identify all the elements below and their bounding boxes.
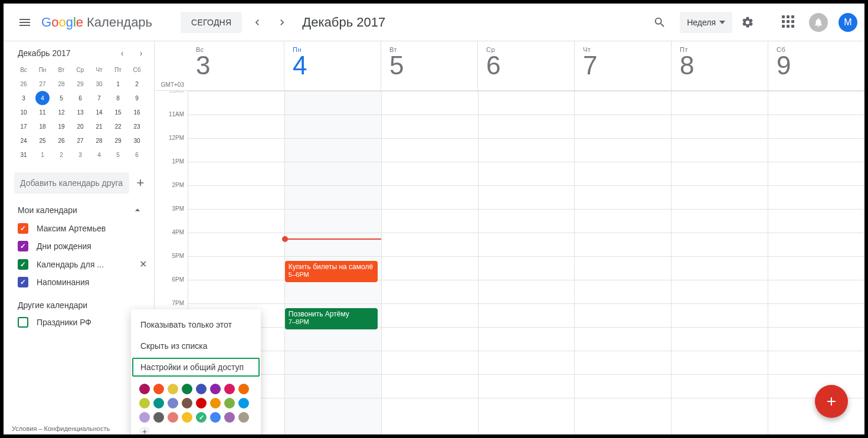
mini-day[interactable]: 21 bbox=[90, 119, 109, 133]
next-week-button[interactable] bbox=[273, 13, 291, 32]
add-color-button[interactable]: + bbox=[139, 426, 150, 434]
color-swatch[interactable] bbox=[210, 384, 221, 394]
mini-day[interactable]: 6 bbox=[71, 91, 90, 105]
mini-day[interactable]: 28 bbox=[52, 77, 71, 91]
calendar-checkbox[interactable] bbox=[18, 259, 28, 270]
color-swatch[interactable] bbox=[210, 398, 221, 408]
my-calendars-toggle[interactable]: Мои календари bbox=[4, 198, 154, 220]
mini-day[interactable]: 16 bbox=[127, 105, 146, 119]
color-swatch[interactable] bbox=[196, 398, 207, 408]
day-column[interactable] bbox=[671, 91, 768, 434]
color-swatch[interactable] bbox=[153, 412, 164, 423]
calendar-checkbox[interactable] bbox=[18, 223, 28, 234]
create-event-fab[interactable]: + bbox=[815, 385, 848, 418]
color-swatch[interactable] bbox=[139, 384, 150, 394]
mini-day[interactable]: 13 bbox=[71, 105, 90, 119]
day-column[interactable] bbox=[478, 91, 575, 434]
day-header[interactable]: Ср6 bbox=[477, 41, 574, 90]
mini-day[interactable]: 22 bbox=[109, 119, 127, 133]
color-swatch[interactable] bbox=[196, 412, 207, 423]
color-swatch[interactable] bbox=[210, 412, 221, 423]
prev-week-button[interactable] bbox=[248, 13, 267, 32]
add-calendar-button[interactable]: + bbox=[134, 174, 147, 192]
calendar-event[interactable]: Позвонить Артёму7–8PM bbox=[285, 308, 378, 329]
mini-day[interactable]: 4 bbox=[33, 91, 52, 105]
mini-day[interactable]: 7 bbox=[90, 91, 109, 105]
color-swatch[interactable] bbox=[224, 384, 235, 394]
color-swatch[interactable] bbox=[168, 384, 178, 394]
color-swatch[interactable] bbox=[196, 384, 207, 394]
settings-button[interactable] bbox=[736, 11, 759, 34]
mini-day[interactable]: 11 bbox=[33, 105, 52, 119]
color-swatch[interactable] bbox=[224, 398, 235, 408]
color-swatch[interactable] bbox=[153, 398, 164, 408]
day-header[interactable]: Сб9 bbox=[768, 41, 864, 90]
apps-button[interactable] bbox=[777, 11, 801, 34]
add-friend-calendar-input[interactable] bbox=[14, 172, 129, 194]
mini-day[interactable]: 1 bbox=[33, 148, 52, 162]
day-column[interactable] bbox=[768, 91, 864, 434]
day-header[interactable]: Пт8 bbox=[671, 41, 768, 90]
color-swatch[interactable] bbox=[238, 412, 249, 423]
calendar-item[interactable]: Календарь для ...✕ bbox=[4, 255, 154, 273]
day-header[interactable]: Вт5 bbox=[381, 41, 477, 90]
color-swatch[interactable] bbox=[238, 384, 249, 394]
mini-day[interactable]: 12 bbox=[52, 105, 71, 119]
calendar-checkbox[interactable] bbox=[18, 317, 28, 328]
calendar-checkbox[interactable] bbox=[18, 241, 28, 251]
mini-day[interactable]: 14 bbox=[90, 105, 109, 119]
notifications-button[interactable] bbox=[809, 13, 828, 32]
mini-day[interactable]: 19 bbox=[52, 119, 71, 133]
search-button[interactable] bbox=[648, 11, 672, 34]
mini-day[interactable]: 17 bbox=[14, 119, 33, 133]
day-column[interactable] bbox=[574, 91, 671, 434]
mini-day[interactable]: 26 bbox=[14, 77, 33, 91]
mini-next-month-button[interactable]: › bbox=[135, 48, 147, 58]
mini-day[interactable]: 2 bbox=[52, 148, 71, 162]
color-swatch[interactable] bbox=[182, 384, 192, 394]
context-menu-item[interactable]: Скрыть из списка bbox=[131, 335, 261, 357]
mini-day[interactable]: 30 bbox=[90, 77, 109, 91]
day-header[interactable]: Пн4 bbox=[284, 41, 381, 90]
color-swatch[interactable] bbox=[224, 412, 235, 423]
mini-day[interactable]: 5 bbox=[109, 148, 127, 162]
mini-day[interactable]: 18 bbox=[33, 119, 52, 133]
mini-day[interactable]: 27 bbox=[71, 133, 90, 148]
privacy-link[interactable]: Конфиденциальность bbox=[44, 425, 110, 432]
mini-day[interactable]: 9 bbox=[127, 91, 146, 105]
day-column[interactable]: Купить билеты на самолё5–6PMПозвонить Ар… bbox=[284, 91, 381, 434]
mini-day[interactable]: 24 bbox=[14, 133, 33, 148]
close-icon[interactable]: ✕ bbox=[139, 259, 147, 270]
day-header[interactable]: Вс3 bbox=[188, 41, 284, 90]
mini-day[interactable]: 8 bbox=[109, 91, 127, 105]
mini-day[interactable]: 10 bbox=[14, 105, 33, 119]
mini-day[interactable]: 3 bbox=[71, 148, 90, 162]
main-menu-button[interactable] bbox=[11, 8, 39, 37]
mini-day[interactable]: 3 bbox=[14, 91, 33, 105]
mini-day[interactable]: 26 bbox=[52, 133, 71, 148]
color-swatch[interactable] bbox=[168, 398, 178, 408]
context-menu-item[interactable]: Настройки и общий доступ bbox=[131, 357, 261, 378]
mini-day[interactable]: 15 bbox=[109, 105, 127, 119]
color-swatch[interactable] bbox=[238, 398, 249, 408]
color-swatch[interactable] bbox=[182, 412, 192, 423]
color-swatch[interactable] bbox=[168, 412, 178, 423]
mini-day[interactable]: 30 bbox=[127, 133, 146, 148]
mini-day[interactable]: 1 bbox=[109, 77, 127, 91]
calendar-item[interactable]: Максим Артемьев bbox=[4, 220, 154, 237]
mini-prev-month-button[interactable]: ‹ bbox=[116, 48, 128, 58]
terms-link[interactable]: Условия bbox=[12, 425, 37, 432]
mini-day[interactable]: 20 bbox=[71, 119, 90, 133]
calendar-event[interactable]: Купить билеты на самолё5–6PM bbox=[285, 261, 378, 282]
mini-day[interactable]: 29 bbox=[109, 133, 127, 148]
color-swatch[interactable] bbox=[153, 384, 164, 394]
mini-day[interactable]: 6 bbox=[127, 148, 146, 162]
account-avatar[interactable]: M bbox=[838, 13, 857, 32]
calendar-item[interactable]: Напоминания bbox=[4, 273, 154, 291]
calendar-checkbox[interactable] bbox=[18, 277, 28, 287]
calendar-item[interactable]: Дни рождения bbox=[4, 237, 154, 255]
color-swatch[interactable] bbox=[139, 398, 150, 408]
view-select-button[interactable]: Неделя bbox=[680, 12, 732, 33]
day-header[interactable]: Чт7 bbox=[574, 41, 671, 90]
mini-day[interactable]: 4 bbox=[90, 148, 109, 162]
